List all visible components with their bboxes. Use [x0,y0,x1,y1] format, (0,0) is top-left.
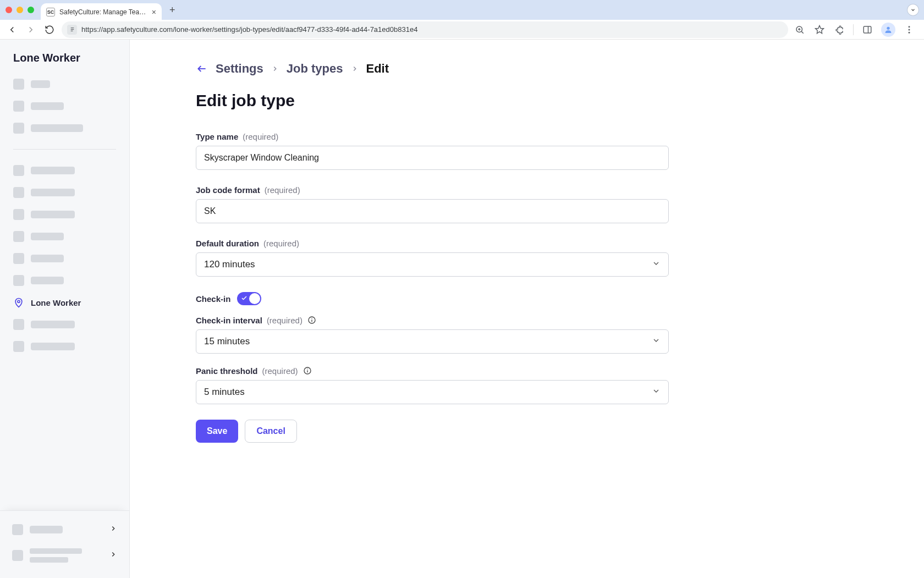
label-type-name: Type name [196,132,238,141]
site-info-icon[interactable] [67,25,77,35]
bookmark-star-icon[interactable] [813,24,826,36]
toolbar-right [794,23,919,37]
breadcrumb-job-types[interactable]: Job types [287,62,343,76]
side-panel-icon[interactable] [861,24,873,36]
chevron-right-icon [351,62,359,76]
browser-tab-active[interactable]: SC SafetyCulture: Manage Teams and... × [41,3,162,21]
tab-favicon-icon: SC [46,8,55,16]
main-content: Settings Job types Edit Edit job type Ty… [130,40,924,578]
skeleton-icon [12,550,23,561]
cancel-button[interactable]: Cancel [245,420,296,443]
field-check-in-toggle: Check-in [196,292,669,305]
sidebar-footer [0,510,129,578]
check-in-toggle[interactable] [237,292,261,305]
sidebar-skeleton-item [10,159,119,181]
select-value: 120 minutes [204,259,255,270]
breadcrumb-back-button[interactable] [196,63,208,74]
label-check-in-interval: Check-in interval [196,316,262,325]
skeleton-icon [12,524,23,535]
skeleton-text-stack [30,548,82,563]
label-check-in: Check-in [196,294,230,304]
select-value: 15 minutes [204,336,250,347]
info-icon[interactable] [307,315,317,325]
required-indicator: (required) [243,132,278,141]
browser-toolbar: https://app.safetyculture.com/lone-worke… [0,20,924,40]
sidebar-skeleton-item [10,269,119,291]
sidebar: Lone Worker Lone Worker [0,40,130,578]
breadcrumb: Settings Job types Edit [196,62,669,76]
toggle-knob [249,293,260,304]
sidebar-skeleton-item [10,247,119,269]
label-default-duration: Default duration [196,239,259,248]
sidebar-skeleton-item [10,181,119,203]
window-controls [6,7,34,13]
svg-point-14 [18,300,20,302]
sidebar-skeleton-item [10,117,119,139]
chevron-right-icon [271,62,279,76]
address-bar[interactable]: https://app.safetyculture.com/lone-worke… [62,21,788,38]
svg-point-10 [887,26,889,29]
sidebar-footer-row[interactable] [10,542,119,569]
window-minimize-icon[interactable] [16,7,23,13]
profile-avatar-icon[interactable] [881,23,895,37]
zoom-icon[interactable] [794,24,806,36]
breadcrumb-current: Edit [366,62,389,76]
default-duration-select[interactable]: 120 minutes [196,252,669,277]
window-close-icon[interactable] [6,7,12,13]
map-pin-icon [13,297,24,308]
sidebar-item-lone-worker[interactable]: Lone Worker [10,291,119,313]
tab-close-icon[interactable]: × [152,8,156,16]
browser-tab-strip: SC SafetyCulture: Manage Teams and... × … [0,0,924,20]
select-value: 5 minutes [204,387,245,398]
sidebar-footer-row[interactable] [10,518,119,542]
content-wrapper: Settings Job types Edit Edit job type Ty… [196,62,669,443]
sidebar-skeleton-item [10,95,119,117]
sidebar-primary-list [0,70,129,142]
toolbar-divider [853,24,854,35]
sidebar-skeleton-item [10,335,119,357]
chevron-right-icon [109,525,117,535]
svg-line-4 [801,31,803,33]
chevron-down-icon [652,259,661,270]
sidebar-skeleton-item [10,73,119,95]
nav-reload-button[interactable] [43,23,56,36]
required-indicator: (required) [267,316,302,325]
svg-point-18 [311,318,312,318]
extensions-icon[interactable] [833,24,845,36]
check-in-interval-select[interactable]: 15 minutes [196,329,669,354]
window-maximize-icon[interactable] [28,7,34,13]
form-actions: Save Cancel [196,420,669,443]
chevron-down-icon [652,336,661,347]
input-wrapper [196,199,669,223]
field-default-duration: Default duration (required) 120 minutes [196,239,669,277]
check-icon [241,295,248,303]
input-wrapper [196,146,669,170]
sidebar-divider [13,149,116,150]
svg-point-12 [909,29,910,30]
skeleton-text [30,526,63,533]
kebab-menu-icon[interactable] [903,24,915,36]
field-type-name: Type name (required) [196,132,669,170]
type-name-input[interactable] [204,153,661,163]
tab-title: SafetyCulture: Manage Teams and... [59,8,148,16]
svg-point-13 [909,31,910,33]
panic-threshold-select[interactable]: 5 minutes [196,380,669,404]
new-tab-button[interactable]: + [169,4,175,16]
breadcrumb-settings[interactable]: Settings [216,62,263,76]
field-check-in-interval: Check-in interval (required) 15 minutes [196,315,669,354]
required-indicator: (required) [262,366,298,376]
save-button[interactable]: Save [196,420,238,443]
nav-back-button[interactable] [6,23,19,36]
sidebar-skeleton-item [10,225,119,247]
nav-forward-button[interactable] [24,23,37,36]
sidebar-secondary-list: Lone Worker [0,156,129,361]
svg-rect-8 [864,26,871,33]
chevron-down-icon [652,387,661,398]
page-heading: Edit job type [196,91,669,110]
url-text: https://app.safetyculture.com/lone-worke… [81,25,783,34]
info-icon[interactable] [302,366,312,376]
job-code-format-input[interactable] [204,206,661,216]
tabs-dropdown-button[interactable] [908,4,919,15]
sidebar-skeleton-item [10,203,119,225]
field-panic-threshold: Panic threshold (required) 5 minutes [196,366,669,404]
